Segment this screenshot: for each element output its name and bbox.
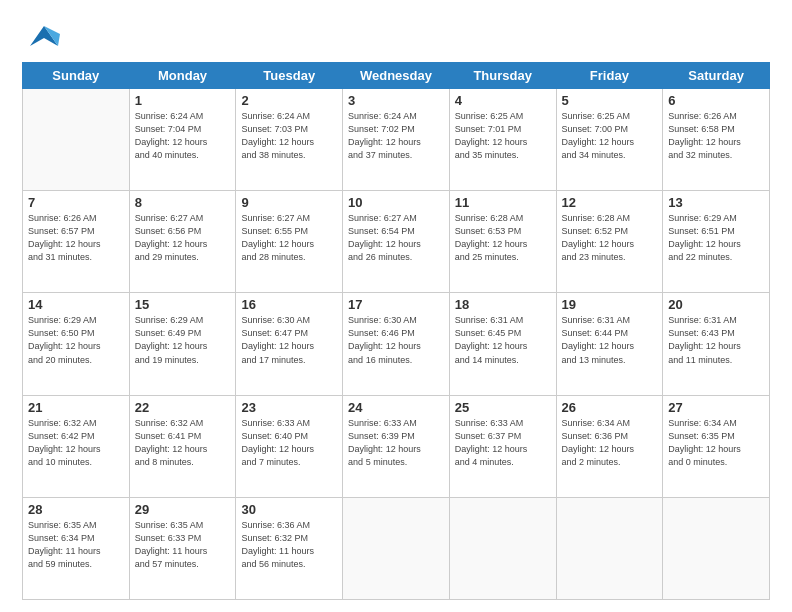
calendar-cell: 20Sunrise: 6:31 AM Sunset: 6:43 PM Dayli…: [663, 293, 770, 395]
calendar-cell: 10Sunrise: 6:27 AM Sunset: 6:54 PM Dayli…: [343, 191, 450, 293]
calendar-table: SundayMondayTuesdayWednesdayThursdayFrid…: [22, 62, 770, 600]
day-info: Sunrise: 6:28 AM Sunset: 6:53 PM Dayligh…: [455, 212, 551, 264]
calendar-cell: 16Sunrise: 6:30 AM Sunset: 6:47 PM Dayli…: [236, 293, 343, 395]
day-info: Sunrise: 6:33 AM Sunset: 6:40 PM Dayligh…: [241, 417, 337, 469]
day-info: Sunrise: 6:27 AM Sunset: 6:55 PM Dayligh…: [241, 212, 337, 264]
calendar-cell: 17Sunrise: 6:30 AM Sunset: 6:46 PM Dayli…: [343, 293, 450, 395]
day-number: 30: [241, 502, 337, 517]
day-info: Sunrise: 6:27 AM Sunset: 6:54 PM Dayligh…: [348, 212, 444, 264]
day-info: Sunrise: 6:31 AM Sunset: 6:43 PM Dayligh…: [668, 314, 764, 366]
calendar-cell: 9Sunrise: 6:27 AM Sunset: 6:55 PM Daylig…: [236, 191, 343, 293]
weekday-header: Friday: [556, 63, 663, 89]
calendar-cell: 27Sunrise: 6:34 AM Sunset: 6:35 PM Dayli…: [663, 395, 770, 497]
day-number: 8: [135, 195, 231, 210]
day-info: Sunrise: 6:34 AM Sunset: 6:35 PM Dayligh…: [668, 417, 764, 469]
day-info: Sunrise: 6:34 AM Sunset: 6:36 PM Dayligh…: [562, 417, 658, 469]
day-number: 10: [348, 195, 444, 210]
calendar-cell: [449, 497, 556, 599]
logo: [22, 18, 68, 54]
day-number: 28: [28, 502, 124, 517]
calendar-week-row: 21Sunrise: 6:32 AM Sunset: 6:42 PM Dayli…: [23, 395, 770, 497]
day-number: 1: [135, 93, 231, 108]
day-info: Sunrise: 6:35 AM Sunset: 6:34 PM Dayligh…: [28, 519, 124, 571]
weekday-header: Saturday: [663, 63, 770, 89]
day-number: 14: [28, 297, 124, 312]
calendar-header-row: SundayMondayTuesdayWednesdayThursdayFrid…: [23, 63, 770, 89]
day-number: 6: [668, 93, 764, 108]
day-number: 21: [28, 400, 124, 415]
calendar-cell: 14Sunrise: 6:29 AM Sunset: 6:50 PM Dayli…: [23, 293, 130, 395]
day-info: Sunrise: 6:24 AM Sunset: 7:02 PM Dayligh…: [348, 110, 444, 162]
calendar-cell: 3Sunrise: 6:24 AM Sunset: 7:02 PM Daylig…: [343, 89, 450, 191]
day-number: 26: [562, 400, 658, 415]
calendar-cell: 6Sunrise: 6:26 AM Sunset: 6:58 PM Daylig…: [663, 89, 770, 191]
calendar-cell: 7Sunrise: 6:26 AM Sunset: 6:57 PM Daylig…: [23, 191, 130, 293]
day-info: Sunrise: 6:29 AM Sunset: 6:49 PM Dayligh…: [135, 314, 231, 366]
day-number: 9: [241, 195, 337, 210]
header: [22, 18, 770, 54]
day-info: Sunrise: 6:24 AM Sunset: 7:03 PM Dayligh…: [241, 110, 337, 162]
day-number: 27: [668, 400, 764, 415]
calendar-cell: 24Sunrise: 6:33 AM Sunset: 6:39 PM Dayli…: [343, 395, 450, 497]
day-number: 11: [455, 195, 551, 210]
calendar-week-row: 14Sunrise: 6:29 AM Sunset: 6:50 PM Dayli…: [23, 293, 770, 395]
calendar-week-row: 1Sunrise: 6:24 AM Sunset: 7:04 PM Daylig…: [23, 89, 770, 191]
page: SundayMondayTuesdayWednesdayThursdayFrid…: [0, 0, 792, 612]
calendar-cell: 11Sunrise: 6:28 AM Sunset: 6:53 PM Dayli…: [449, 191, 556, 293]
calendar-body: 1Sunrise: 6:24 AM Sunset: 7:04 PM Daylig…: [23, 89, 770, 600]
day-info: Sunrise: 6:29 AM Sunset: 6:50 PM Dayligh…: [28, 314, 124, 366]
day-info: Sunrise: 6:31 AM Sunset: 6:45 PM Dayligh…: [455, 314, 551, 366]
day-number: 17: [348, 297, 444, 312]
day-number: 5: [562, 93, 658, 108]
day-info: Sunrise: 6:33 AM Sunset: 6:39 PM Dayligh…: [348, 417, 444, 469]
logo-bird-icon: [22, 18, 66, 54]
calendar-cell: [663, 497, 770, 599]
day-info: Sunrise: 6:31 AM Sunset: 6:44 PM Dayligh…: [562, 314, 658, 366]
weekday-header: Wednesday: [343, 63, 450, 89]
calendar-cell: 23Sunrise: 6:33 AM Sunset: 6:40 PM Dayli…: [236, 395, 343, 497]
day-info: Sunrise: 6:30 AM Sunset: 6:46 PM Dayligh…: [348, 314, 444, 366]
day-info: Sunrise: 6:25 AM Sunset: 7:00 PM Dayligh…: [562, 110, 658, 162]
calendar-week-row: 28Sunrise: 6:35 AM Sunset: 6:34 PM Dayli…: [23, 497, 770, 599]
day-info: Sunrise: 6:27 AM Sunset: 6:56 PM Dayligh…: [135, 212, 231, 264]
calendar-cell: [556, 497, 663, 599]
calendar-cell: 8Sunrise: 6:27 AM Sunset: 6:56 PM Daylig…: [129, 191, 236, 293]
day-number: 2: [241, 93, 337, 108]
calendar-cell: 25Sunrise: 6:33 AM Sunset: 6:37 PM Dayli…: [449, 395, 556, 497]
calendar-cell: 5Sunrise: 6:25 AM Sunset: 7:00 PM Daylig…: [556, 89, 663, 191]
day-info: Sunrise: 6:28 AM Sunset: 6:52 PM Dayligh…: [562, 212, 658, 264]
calendar-cell: 26Sunrise: 6:34 AM Sunset: 6:36 PM Dayli…: [556, 395, 663, 497]
day-number: 12: [562, 195, 658, 210]
calendar-cell: 1Sunrise: 6:24 AM Sunset: 7:04 PM Daylig…: [129, 89, 236, 191]
day-number: 16: [241, 297, 337, 312]
day-info: Sunrise: 6:30 AM Sunset: 6:47 PM Dayligh…: [241, 314, 337, 366]
day-number: 25: [455, 400, 551, 415]
weekday-header: Sunday: [23, 63, 130, 89]
weekday-header: Monday: [129, 63, 236, 89]
day-info: Sunrise: 6:29 AM Sunset: 6:51 PM Dayligh…: [668, 212, 764, 264]
calendar-week-row: 7Sunrise: 6:26 AM Sunset: 6:57 PM Daylig…: [23, 191, 770, 293]
day-info: Sunrise: 6:32 AM Sunset: 6:42 PM Dayligh…: [28, 417, 124, 469]
day-number: 23: [241, 400, 337, 415]
weekday-header: Tuesday: [236, 63, 343, 89]
calendar-cell: 29Sunrise: 6:35 AM Sunset: 6:33 PM Dayli…: [129, 497, 236, 599]
day-number: 24: [348, 400, 444, 415]
day-number: 22: [135, 400, 231, 415]
calendar-cell: 21Sunrise: 6:32 AM Sunset: 6:42 PM Dayli…: [23, 395, 130, 497]
calendar-cell: [343, 497, 450, 599]
calendar-cell: 28Sunrise: 6:35 AM Sunset: 6:34 PM Dayli…: [23, 497, 130, 599]
day-info: Sunrise: 6:26 AM Sunset: 6:57 PM Dayligh…: [28, 212, 124, 264]
calendar-cell: [23, 89, 130, 191]
day-number: 15: [135, 297, 231, 312]
day-info: Sunrise: 6:35 AM Sunset: 6:33 PM Dayligh…: [135, 519, 231, 571]
day-number: 4: [455, 93, 551, 108]
calendar-cell: 2Sunrise: 6:24 AM Sunset: 7:03 PM Daylig…: [236, 89, 343, 191]
day-number: 20: [668, 297, 764, 312]
day-info: Sunrise: 6:36 AM Sunset: 6:32 PM Dayligh…: [241, 519, 337, 571]
day-info: Sunrise: 6:24 AM Sunset: 7:04 PM Dayligh…: [135, 110, 231, 162]
calendar-cell: 18Sunrise: 6:31 AM Sunset: 6:45 PM Dayli…: [449, 293, 556, 395]
day-number: 3: [348, 93, 444, 108]
calendar-cell: 22Sunrise: 6:32 AM Sunset: 6:41 PM Dayli…: [129, 395, 236, 497]
day-info: Sunrise: 6:32 AM Sunset: 6:41 PM Dayligh…: [135, 417, 231, 469]
calendar-cell: 4Sunrise: 6:25 AM Sunset: 7:01 PM Daylig…: [449, 89, 556, 191]
